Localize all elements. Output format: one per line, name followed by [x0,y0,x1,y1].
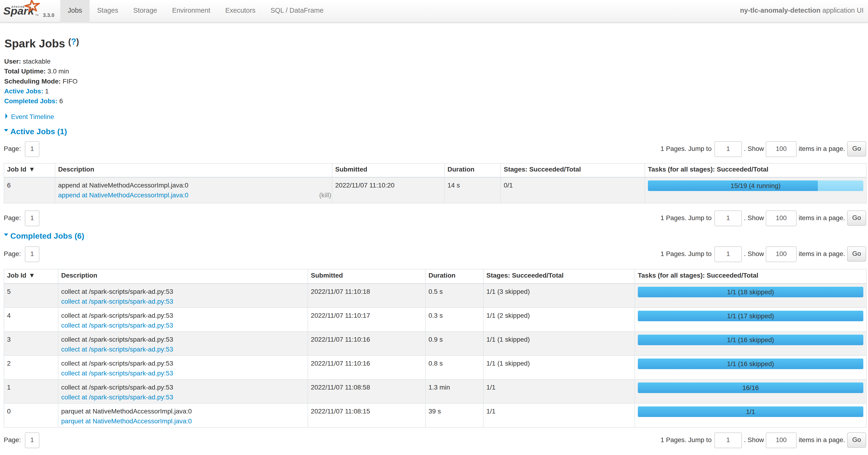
svg-text:3.3.0: 3.3.0 [43,12,54,18]
svg-text:TM: TM [35,14,38,17]
